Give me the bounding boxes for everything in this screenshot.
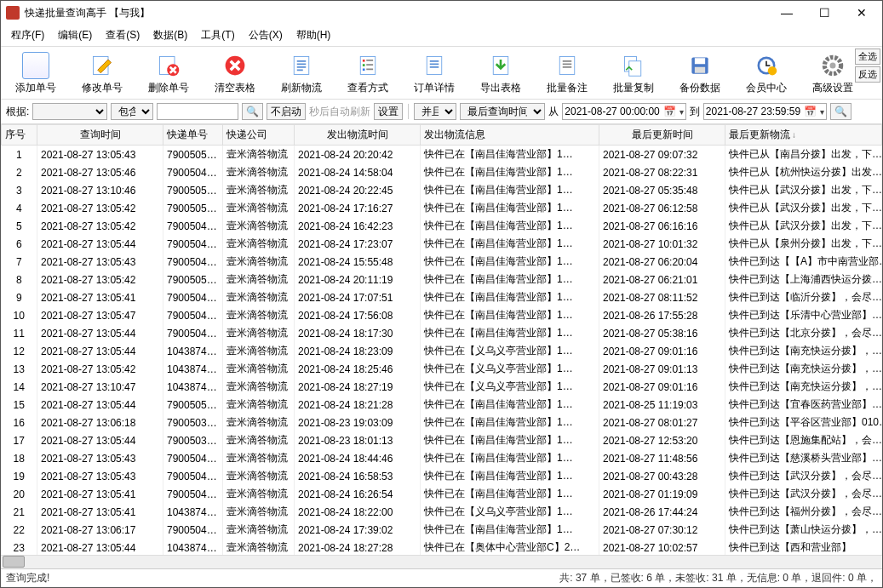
cell-uinfo: 快件已到达【临沂分拨】，会尽… (725, 288, 882, 306)
table-row[interactable]: 222021-08-27 13:06:177900504…壹米滴答物流2021-… (2, 521, 882, 539)
table-row[interactable]: 32021-08-27 13:10:467900505…壹米滴答物流2021-0… (2, 181, 882, 199)
table-row[interactable]: 22021-08-27 13:05:467900504…壹米滴答物流2021-0… (2, 163, 882, 181)
add-button[interactable]: 添加单号 (3, 50, 69, 97)
table-row[interactable]: 92021-08-27 13:05:417900504…壹米滴答物流2021-0… (2, 288, 882, 306)
table-row[interactable]: 182021-08-27 13:05:437900504…壹米滴答物流2021-… (2, 449, 882, 467)
cell-utime: 2021-08-27 10:02:57 (599, 539, 725, 555)
batchcopy-button[interactable]: 批量复制 (600, 50, 667, 97)
table-row[interactable]: 132021-08-27 13:05:421043874…壹米滴答物流2021-… (2, 360, 882, 378)
member-button[interactable]: 会员中心 (733, 50, 800, 97)
cell-tracking: 1043874… (163, 539, 223, 555)
clear-button[interactable]: 清空表格 (202, 50, 268, 97)
startup-toggle[interactable]: 不启动 (267, 103, 306, 120)
table-row[interactable]: 192021-08-27 13:05:437900504…壹米滴答物流2021-… (2, 467, 882, 485)
cell-utime: 2021-08-27 05:38:16 (599, 324, 725, 342)
table-row[interactable]: 152021-08-27 13:05:447900505…壹米滴答物流2021-… (2, 396, 882, 414)
filter-search-button[interactable]: 🔍 (830, 103, 851, 120)
table-row[interactable]: 232021-08-27 13:05:441043874…壹米滴答物流2021-… (2, 539, 882, 555)
cell-uinfo: 快件已到达【上海浦西快运分拨… (725, 271, 882, 288)
cell-qtime: 2021-08-27 13:05:42 (37, 217, 163, 235)
cell-uinfo: 快件已从【泉州分拨】出发，下… (725, 235, 882, 253)
start-datetime[interactable]: 2021-08-27 00:00:00📅▾ (562, 103, 685, 120)
cell-stime: 2021-08-24 18:22:00 (295, 503, 421, 521)
cell-stime: 2021-08-24 18:23:09 (295, 342, 421, 360)
menu-edit[interactable]: 编辑(E) (54, 26, 95, 44)
table-row[interactable]: 82021-08-27 13:05:427900505…壹米滴答物流2021-0… (2, 271, 882, 288)
close-button[interactable]: ✕ (843, 2, 880, 24)
gear-icon (819, 52, 846, 79)
table-row[interactable]: 52021-08-27 13:05:427900504…壹米滴答物流2021-0… (2, 217, 882, 235)
export-button[interactable]: 导出表格 (467, 50, 534, 97)
search-button[interactable]: 🔍 (242, 103, 263, 120)
note-icon (553, 52, 581, 79)
cell-sinfo: 快件已在【南昌佳海营业部】1… (421, 271, 599, 288)
table-row[interactable]: 12021-08-27 13:05:437900505…壹米滴答物流2021-0… (2, 146, 882, 164)
modify-button[interactable]: 修改单号 (69, 50, 135, 97)
minimize-button[interactable]: — (768, 2, 806, 24)
table-row[interactable]: 162021-08-27 13:06:187900503…壹米滴答物流2021-… (2, 414, 882, 431)
cell-stime: 2021-08-24 18:25:46 (295, 360, 421, 378)
cell-uinfo: 快件已到达【北京分拨】，会尽… (725, 324, 882, 342)
cell-tracking: 7900504… (163, 163, 223, 181)
table-row[interactable]: 172021-08-27 13:05:447900503…壹米滴答物流2021-… (2, 431, 882, 449)
table-row[interactable]: 42021-08-27 13:05:427900505…壹米滴答物流2021-0… (2, 199, 882, 217)
backup-button[interactable]: 备份数据 (667, 50, 733, 97)
table-row[interactable]: 212021-08-27 13:05:411043874…壹米滴答物流2021-… (2, 503, 882, 521)
menu-view[interactable]: 查看(S) (102, 26, 143, 44)
cell-stime: 2021-08-24 17:39:02 (295, 521, 421, 539)
table-row[interactable]: 72021-08-27 13:05:437900504…壹米滴答物流2021-0… (2, 253, 882, 271)
cell-uinfo: 快件已从【南昌分拨】出发，下… (725, 146, 882, 164)
viewmode-button[interactable]: 查看方式 (335, 50, 401, 97)
timefield-select[interactable]: 最后查询时间 (460, 103, 545, 120)
table-row[interactable]: 102021-08-27 13:05:477900504…壹米滴答物流2021-… (2, 306, 882, 324)
batchnote-button[interactable]: 批量备注 (534, 50, 600, 97)
table-row[interactable]: 62021-08-27 13:05:447900504…壹米滴答物流2021-0… (2, 235, 882, 253)
col-update-time[interactable]: 最后更新时间 (599, 125, 725, 146)
cell-company: 壹米滴答物流 (223, 378, 295, 396)
menu-help[interactable]: 帮助(H) (293, 26, 335, 44)
settings-button[interactable]: 设置 (374, 103, 403, 120)
col-query-time[interactable]: 查询时间 (37, 125, 163, 146)
maximize-button[interactable]: ☐ (806, 2, 843, 24)
table-row[interactable]: 142021-08-27 13:10:471043874…壹米滴答物流2021-… (2, 378, 882, 396)
col-update-info[interactable]: 最后更新物流 (725, 125, 882, 146)
selectall-button[interactable]: 全选 (855, 49, 880, 65)
logic-select[interactable]: 并且 (414, 103, 456, 120)
table-row[interactable]: 202021-08-27 13:05:417900504…壹米滴答物流2021-… (2, 485, 882, 503)
col-send-info[interactable]: 发出物流信息 (421, 125, 599, 146)
col-idx[interactable]: 序号 (2, 125, 37, 146)
invert-button[interactable]: 反选 (855, 66, 880, 83)
menu-data[interactable]: 数据(B) (150, 26, 191, 44)
status-left: 查询完成! (6, 571, 559, 585)
table-row[interactable]: 122021-08-27 13:05:441043874…壹米滴答物流2021-… (2, 342, 882, 360)
root-field-select[interactable] (32, 103, 107, 120)
search-input[interactable] (157, 103, 238, 120)
end-datetime[interactable]: 2021-08-27 23:59:59📅▾ (703, 103, 827, 120)
cell-qtime: 2021-08-27 13:05:41 (37, 503, 163, 521)
cell-uinfo: 快件已从【杭州快运分拨】出发… (725, 163, 882, 181)
menu-tools[interactable]: 工具(T) (198, 26, 238, 44)
cell-company: 壹米滴答物流 (223, 324, 295, 342)
app-icon (6, 6, 20, 20)
cell-company: 壹米滴答物流 (223, 146, 295, 164)
cell-sinfo: 快件已在【南昌佳海营业部】1… (421, 467, 599, 485)
col-send-time[interactable]: 发出物流时间 (295, 125, 421, 146)
delete-button[interactable]: 删除单号 (135, 50, 202, 97)
cell-stime: 2021-08-24 18:21:28 (295, 396, 421, 414)
menu-program[interactable]: 程序(F) (8, 26, 48, 44)
cell-qtime: 2021-08-27 13:05:44 (37, 396, 163, 414)
detail-button[interactable]: 订单详情 (401, 50, 467, 97)
col-tracking-no[interactable]: 快递单号 (163, 125, 223, 146)
horizontal-scrollbar[interactable] (1, 555, 882, 568)
menu-notice[interactable]: 公告(X) (245, 26, 286, 44)
match-select[interactable]: 包含 (111, 103, 153, 120)
svg-rect-9 (427, 57, 442, 75)
refresh-button[interactable]: 刷新物流 (268, 50, 335, 97)
table-row[interactable]: 112021-08-27 13:05:447900504…壹米滴答物流2021-… (2, 324, 882, 342)
cell-uinfo: 快件已到达【平谷区营业部】010… (725, 414, 882, 431)
col-company[interactable]: 快递公司 (223, 125, 295, 146)
cell-company: 壹米滴答物流 (223, 414, 295, 431)
cell-qtime: 2021-08-27 13:05:44 (37, 235, 163, 253)
cell-utime: 2021-08-25 11:19:03 (599, 396, 725, 414)
cell-uinfo: 快件已到达【西和营业部】 (725, 539, 882, 555)
